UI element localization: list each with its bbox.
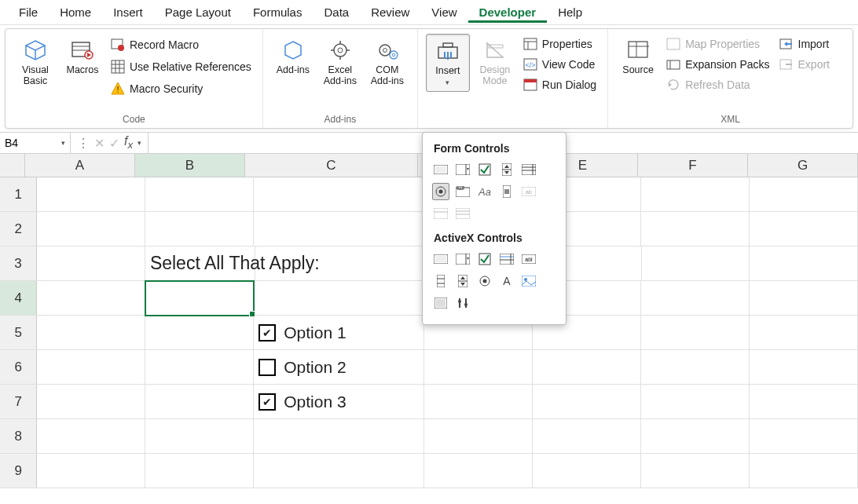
cell-A4[interactable] — [37, 281, 145, 316]
cell-B5[interactable] — [145, 316, 254, 350]
properties-button[interactable]: Properties — [520, 35, 600, 53]
row-header-5[interactable]: 5 — [0, 316, 37, 350]
chevron-down-icon[interactable]: ▾ — [138, 139, 141, 147]
cell-C9[interactable] — [254, 454, 424, 488]
cell-G1[interactable] — [750, 177, 858, 212]
refresh-data-button[interactable]: Refresh Data — [663, 76, 772, 93]
row-header-2[interactable]: 2 — [0, 212, 37, 247]
cell-G4[interactable] — [750, 281, 858, 316]
cell-F8[interactable] — [641, 419, 750, 454]
relative-references-button[interactable]: Use Relative References — [108, 57, 255, 76]
tab-insert[interactable]: Insert — [102, 2, 154, 22]
row-header-8[interactable]: 8 — [0, 419, 37, 454]
macros-button[interactable]: Macros — [60, 34, 104, 79]
checkbox-option-3[interactable] — [258, 393, 276, 411]
cell-C4[interactable] — [254, 281, 424, 316]
cell-A1[interactable] — [37, 177, 145, 212]
cell-B4[interactable] — [145, 281, 254, 316]
fx-icon[interactable]: fx — [124, 134, 133, 151]
visual-basic-button[interactable]: Visual Basic — [13, 34, 57, 90]
cell-C8[interactable] — [254, 419, 424, 454]
form-groupbox-icon[interactable]: xyz — [454, 183, 471, 200]
column-header-B[interactable]: B — [135, 154, 245, 177]
com-addins-button[interactable]: COM Add-ins — [365, 34, 409, 90]
insert-controls-button[interactable]: Insert▾ — [426, 34, 470, 92]
form-listbox-icon[interactable] — [520, 161, 537, 178]
cell-G8[interactable] — [750, 419, 858, 454]
form-button-icon[interactable] — [432, 161, 449, 178]
cell-G7[interactable] — [750, 385, 858, 419]
cell-F6[interactable] — [641, 350, 750, 385]
cell-B1[interactable] — [145, 177, 254, 212]
cell-E6[interactable] — [533, 350, 641, 385]
cell-F4[interactable] — [641, 281, 750, 316]
ax-commandbutton-icon[interactable] — [432, 250, 449, 268]
design-mode-button[interactable]: Design Mode — [473, 34, 517, 90]
cell-A3[interactable] — [37, 247, 145, 281]
cell-A2[interactable] — [37, 212, 145, 247]
tab-formulas[interactable]: Formulas — [242, 2, 314, 22]
ax-optionbutton-icon[interactable] — [476, 272, 493, 290]
cell-F7[interactable] — [641, 385, 750, 419]
cell-B6[interactable] — [145, 350, 254, 385]
cell-C7[interactable]: Option 3 — [254, 385, 424, 419]
tab-data[interactable]: Data — [313, 2, 360, 22]
ax-label-icon[interactable]: A — [498, 272, 515, 290]
row-header-3[interactable]: 3 — [0, 247, 37, 281]
ax-listbox-icon[interactable] — [498, 250, 515, 268]
import-button[interactable]: Import — [776, 35, 833, 53]
view-code-button[interactable]: </> View Code — [520, 56, 600, 73]
cell-E8[interactable] — [533, 419, 641, 454]
form-label-icon[interactable]: Aa — [476, 183, 493, 200]
source-button[interactable]: Source — [616, 34, 660, 79]
cell-F1[interactable] — [641, 177, 750, 212]
cell-F9[interactable] — [641, 454, 750, 488]
form-combobox-icon[interactable] — [454, 161, 471, 178]
cell-C2[interactable] — [254, 212, 424, 247]
column-header-G[interactable]: G — [748, 154, 858, 177]
row-header-1[interactable]: 1 — [0, 177, 37, 212]
cell-F5[interactable] — [641, 316, 750, 350]
cell-D9[interactable] — [424, 454, 533, 488]
cell-A9[interactable] — [37, 454, 145, 488]
cell-B8[interactable] — [145, 419, 254, 454]
ax-combobox-icon[interactable] — [454, 250, 471, 268]
ax-spinbutton-icon[interactable] — [454, 272, 471, 290]
ax-scrollbar-icon[interactable] — [432, 272, 449, 290]
checkbox-option-1[interactable] — [258, 324, 276, 341]
cell-A6[interactable] — [37, 350, 145, 385]
cell-G2[interactable] — [750, 212, 858, 247]
cell-E7[interactable] — [533, 385, 641, 419]
row-header-7[interactable]: 7 — [0, 385, 37, 419]
row-header-6[interactable]: 6 — [0, 350, 37, 385]
run-dialog-button[interactable]: Run Dialog — [520, 76, 600, 93]
column-header-F[interactable]: F — [638, 154, 748, 177]
form-checkbox-icon[interactable] — [476, 161, 493, 178]
cell-G5[interactable] — [750, 316, 858, 350]
cell-A7[interactable] — [37, 385, 145, 419]
record-macro-button[interactable]: Record Macro — [108, 35, 255, 54]
cell-G6[interactable] — [750, 350, 858, 385]
export-button[interactable]: Export — [776, 56, 833, 73]
cell-G9[interactable] — [750, 454, 858, 488]
column-header-C[interactable]: C — [245, 154, 418, 177]
row-header-4[interactable]: 4 — [0, 281, 37, 316]
cell-B3[interactable]: Select All That Apply: — [145, 247, 255, 281]
form-optionbutton-icon[interactable] — [432, 183, 449, 200]
checkbox-option-2[interactable] — [258, 359, 276, 376]
tab-review[interactable]: Review — [360, 2, 420, 22]
tab-home[interactable]: Home — [49, 2, 102, 22]
ax-morecontrols-icon[interactable] — [454, 294, 471, 312]
cell-D7[interactable] — [424, 385, 533, 419]
column-header-A[interactable]: A — [25, 154, 135, 177]
expansion-packs-button[interactable]: Expansion Packs — [663, 56, 772, 73]
tab-developer[interactable]: Developer — [468, 2, 548, 23]
tab-view[interactable]: View — [420, 2, 468, 22]
select-all-corner[interactable] — [0, 154, 25, 177]
cell-D8[interactable] — [424, 419, 533, 454]
map-properties-button[interactable]: Map Properties — [663, 35, 772, 53]
ax-togglebutton-icon[interactable] — [432, 294, 449, 312]
cell-F2[interactable] — [641, 212, 750, 247]
excel-addins-button[interactable]: Excel Add-ins — [318, 34, 362, 90]
ax-textbox-icon[interactable]: abl — [520, 250, 537, 268]
